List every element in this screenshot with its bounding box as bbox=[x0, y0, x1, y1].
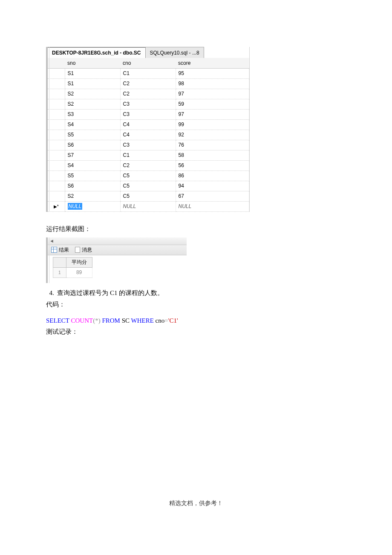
tbl-sc: SC bbox=[122, 317, 130, 324]
table-row[interactable]: S2C567 bbox=[48, 191, 249, 201]
eq: = bbox=[164, 317, 168, 324]
editor-tabs: DESKTOP-8JR1E8G.sch_id - dbo.SC SQLQuery… bbox=[48, 47, 249, 58]
tab-query[interactable]: SQLQuery10.sql - ...8 bbox=[146, 47, 204, 58]
table-row[interactable]: S5C586 bbox=[48, 171, 249, 181]
kw-where: WHERE bbox=[131, 317, 154, 324]
table-row[interactable]: S4C499 bbox=[48, 119, 249, 130]
chevron-left-icon[interactable]: ◄ bbox=[49, 238, 54, 243]
test-label: 测试记录： bbox=[46, 326, 346, 338]
page-footer: 精选文档，供参考！ bbox=[46, 500, 346, 507]
literal-c1: 'C1' bbox=[168, 317, 178, 324]
table-row[interactable]: S3C397 bbox=[48, 109, 249, 119]
col-cno[interactable]: cno bbox=[120, 58, 176, 68]
results-panel: ◄ 结果 消息 平均分 1 89 bbox=[46, 237, 187, 283]
data-table-panel: DESKTOP-8JR1E8G.sch_id - dbo.SC SQLQuery… bbox=[46, 47, 250, 212]
result-corner bbox=[53, 257, 66, 267]
row-selector-header bbox=[48, 58, 65, 68]
paren-close: ) bbox=[98, 317, 101, 324]
table-row[interactable]: S6C376 bbox=[48, 140, 249, 150]
table-row[interactable]: S2C297 bbox=[48, 89, 249, 99]
col-score[interactable]: score bbox=[176, 58, 249, 68]
result-col-avg[interactable]: 平均分 bbox=[66, 257, 92, 267]
table-row[interactable]: S2C359 bbox=[48, 99, 249, 109]
table-row[interactable]: S6C594 bbox=[48, 181, 249, 191]
code-label: 代码： bbox=[46, 299, 346, 310]
result-rownum[interactable]: 1 bbox=[53, 267, 66, 278]
messages-tab-label: 消息 bbox=[82, 246, 92, 254]
kw-select: SELECT bbox=[46, 317, 69, 324]
sql-code: SELECT COUNT(*) FROM SC WHERE cno='C1' bbox=[46, 317, 346, 324]
table-row[interactable]: S4C256 bbox=[48, 160, 249, 171]
messages-tab[interactable]: 消息 bbox=[75, 246, 92, 254]
tab-table[interactable]: DESKTOP-8JR1E8G.sch_id - dbo.SC bbox=[48, 47, 146, 58]
kw-count: COUNT bbox=[71, 317, 93, 324]
result-grid: 平均分 1 89 bbox=[48, 255, 187, 283]
table-row[interactable]: S1C298 bbox=[48, 78, 249, 89]
table-row[interactable]: S5C492 bbox=[48, 130, 249, 140]
col-cno-ref: cno bbox=[156, 317, 165, 324]
sc-table: sno cno score S1C195S1C298S2C297S2C359S3… bbox=[48, 58, 249, 212]
question-4: 4. 查询选过课程号为 C1 的课程的人数。 bbox=[46, 287, 346, 299]
kw-from: FROM bbox=[102, 317, 120, 324]
table-row[interactable]: S7C158 bbox=[48, 150, 249, 160]
result-tabs: 结果 消息 bbox=[48, 245, 187, 255]
results-tab[interactable]: 结果 bbox=[51, 246, 69, 254]
new-row[interactable]: ▶*NULLNULLNULL bbox=[48, 201, 249, 211]
col-sno[interactable]: sno bbox=[65, 58, 120, 68]
star: * bbox=[95, 317, 98, 324]
screenshot-label: 运行结果截图： bbox=[46, 224, 346, 234]
question-number: 4. bbox=[49, 289, 54, 296]
question-text: 查询选过课程号为 C1 的课程的人数。 bbox=[57, 289, 164, 296]
document-icon bbox=[75, 247, 80, 253]
results-tab-label: 结果 bbox=[59, 246, 69, 254]
grid-icon bbox=[51, 247, 57, 253]
horizontal-scrollbar[interactable]: ◄ bbox=[48, 237, 187, 245]
result-value[interactable]: 89 bbox=[66, 267, 92, 278]
table-row[interactable]: S1C195 bbox=[48, 68, 249, 78]
